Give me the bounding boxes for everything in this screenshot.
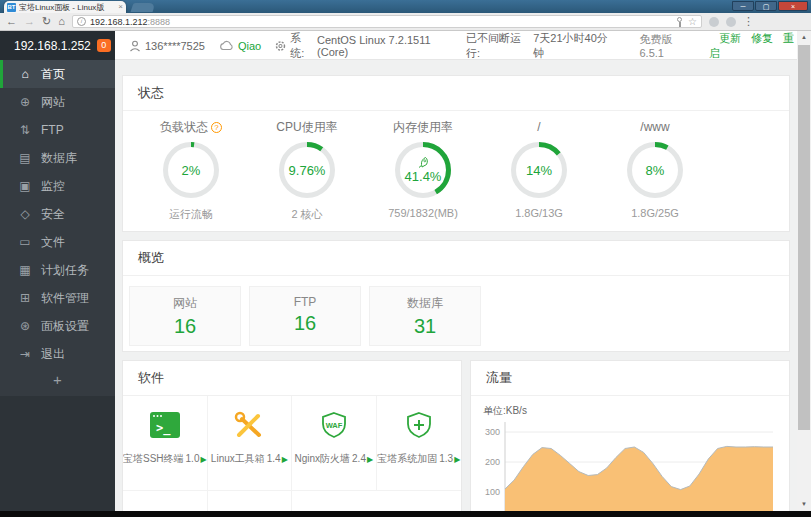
back-button[interactable]: ← — [6, 16, 17, 27]
repair-link[interactable]: 修复 — [751, 32, 773, 44]
reload-button[interactable]: ↻ — [42, 16, 51, 27]
gauge-label: 负载状态? — [160, 119, 222, 135]
calendar-icon: ▦ — [18, 263, 32, 277]
sidebar-item-label: 数据库 — [41, 150, 77, 167]
gauge-load: 负载状态?2%运行流畅 — [133, 119, 249, 222]
key-icon[interactable] — [676, 17, 684, 27]
svg-text:100: 100 — [485, 487, 500, 497]
sidebar-item-monitor[interactable]: ▣监控 — [0, 172, 115, 200]
scroll-up-icon[interactable]: ▲ — [797, 31, 811, 44]
sidebar-item-security[interactable]: ◇安全 — [0, 200, 115, 228]
update-link[interactable]: 更新 — [719, 32, 741, 44]
sidebar-item-label: 软件管理 — [41, 290, 89, 307]
gauge-memory: 内存使用率41.4%759/1832(MB) — [365, 119, 481, 222]
apps-icon: ⊞ — [18, 291, 32, 305]
home-icon: ⌂ — [18, 67, 32, 81]
overview-card: 概览 网站16FTP16数据库31 — [122, 240, 790, 352]
status-title: 状态 — [123, 76, 789, 111]
main-content: 状态 负载状态?2%运行流畅CPU使用率9.76%2 核心内存使用率41.4%7… — [115, 60, 797, 511]
bookmark-star-icon[interactable]: ☆ — [688, 17, 697, 27]
user-phone: 136****7525 — [145, 40, 205, 52]
forward-button[interactable]: → — [24, 16, 35, 27]
gauge-ring: 14% — [510, 141, 568, 199]
new-tab-button[interactable] — [131, 3, 156, 12]
sidebar-item-label: 退出 — [41, 346, 65, 363]
software-item-ssh-terminal[interactable]: >_宝塔SSH终端1.0▶ — [123, 396, 208, 491]
tab-close-icon[interactable]: × — [118, 3, 123, 11]
scrollbar-thumb[interactable] — [798, 45, 810, 430]
window-close-button[interactable]: × — [778, 1, 808, 11]
extension-icon[interactable] — [709, 17, 719, 27]
overview-box-database[interactable]: 数据库31 — [369, 286, 481, 346]
system-item: 系统: CentOS Linux 7.2.1511 (Core) — [275, 31, 452, 61]
shield-icon: ◇ — [18, 207, 32, 221]
url-text[interactable]: 192.168.1.212:8888 — [90, 17, 672, 27]
sidebar-item-ftp[interactable]: ⇅FTP — [0, 116, 115, 144]
folder-icon: ▭ — [18, 235, 32, 249]
gear-icon: ⊛ — [18, 319, 32, 333]
overview-label: 数据库 — [370, 295, 480, 312]
svg-text:WAF: WAF — [325, 421, 342, 430]
sidebar-item-home[interactable]: ⌂首页 — [0, 60, 115, 88]
sidebar-item-files[interactable]: ▭文件 — [0, 228, 115, 256]
gauge-disk-www: /www8%1.8G/25G — [597, 119, 713, 222]
account-item[interactable]: 136****7525 — [129, 40, 205, 52]
sidebar-footer — [0, 396, 115, 511]
software-item-nginx-waf[interactable]: WAFNginx防火墙2.4▶ — [292, 396, 376, 491]
person-icon — [129, 40, 141, 52]
browser-tab[interactable]: BT 宝塔Linux面板 - Linux版 × — [4, 1, 126, 13]
monitor-icon: ▣ — [18, 179, 32, 193]
home-button[interactable]: ⌂ — [58, 16, 65, 27]
browser-menu-icon[interactable]: ⋮ — [743, 16, 754, 27]
page-scrollbar[interactable]: ▲ ▼ — [797, 31, 811, 511]
overview-box-ftp[interactable]: FTP16 — [249, 286, 361, 346]
software-title: 软件 — [123, 361, 461, 396]
server-ip: 192.168.1.252 — [14, 39, 91, 53]
software-item-server-soft[interactable] — [208, 491, 292, 511]
software-item-sys-harden[interactable]: 宝塔系统加固1.3▶ — [377, 396, 461, 491]
system-label: 系统: — [290, 31, 313, 61]
gauge-cpu: CPU使用率9.76%2 核心 — [249, 119, 365, 222]
sidebar-item-label: FTP — [41, 123, 64, 137]
gauge-sub-text: 运行流畅 — [169, 207, 213, 222]
website-icon: ⊕ — [18, 95, 32, 109]
waf-shield-icon: WAF — [318, 411, 350, 443]
svg-text:200: 200 — [485, 457, 500, 467]
gauge-ring: 8% — [626, 141, 684, 199]
overview-box-sites[interactable]: 网站16 — [129, 286, 241, 346]
sidebar-item-database[interactable]: ▤数据库 — [0, 144, 115, 172]
help-icon[interactable]: ? — [211, 122, 222, 133]
sidebar-item-label: 面板设置 — [41, 318, 89, 335]
traffic-card: 流量 单位:KB/s 300200100 — [470, 360, 790, 511]
page-info-icon[interactable]: i — [77, 17, 86, 26]
window-maximize-button[interactable]: ▢ — [755, 1, 777, 11]
window-minimize-button[interactable]: ─ — [732, 1, 754, 11]
gauge-disk-root: /14%1.8G/13G — [481, 119, 597, 222]
sidebar-item-settings[interactable]: ⊛面板设置 — [0, 312, 115, 340]
svg-text:300: 300 — [485, 427, 500, 437]
browser-titlebar: BT 宝塔Linux面板 - Linux版 × ─ ▢ × — [0, 0, 811, 13]
sidebar-item-cron[interactable]: ▦计划任务 — [0, 256, 115, 284]
panel-header-right: 136****7525 Qiao 系统: CentOS Linux 7.2.15… — [115, 31, 811, 60]
sidebar-item-logout[interactable]: ⇥退出 — [0, 340, 115, 368]
scroll-down-icon[interactable]: ▼ — [797, 498, 811, 511]
software-item-deploy[interactable] — [123, 491, 208, 511]
ftp-icon: ⇅ — [18, 123, 32, 137]
status-card: 状态 负载状态?2%运行流畅CPU使用率9.76%2 核心内存使用率41.4%7… — [122, 75, 790, 232]
sidebar-add-button[interactable]: + — [0, 368, 115, 392]
server-ip-block[interactable]: 192.168.1.252 0 — [0, 31, 115, 60]
message-badge[interactable]: 0 — [97, 39, 111, 52]
sidebar-item-label: 计划任务 — [41, 262, 89, 279]
cloud-name: Qiao — [238, 40, 261, 52]
extension-icon[interactable] — [726, 17, 736, 27]
address-bar[interactable]: i 192.168.1.212:8888 ☆ — [72, 15, 702, 28]
overview-title: 概览 — [123, 241, 789, 276]
sidebar-item-software[interactable]: ⊞软件管理 — [0, 284, 115, 312]
software-item-linux-tools[interactable]: Linux工具箱1.4▶ — [208, 396, 292, 491]
software-item-label: 宝塔SSH终端1.0▶ — [123, 452, 207, 466]
cloud-account-item[interactable]: Qiao — [219, 40, 261, 52]
gauge-value: 9.76% — [278, 141, 336, 199]
terminal-icon: >_ — [149, 411, 181, 443]
gauge-ring: 9.76% — [278, 141, 336, 199]
sidebar-item-sites[interactable]: ⊕网站 — [0, 88, 115, 116]
